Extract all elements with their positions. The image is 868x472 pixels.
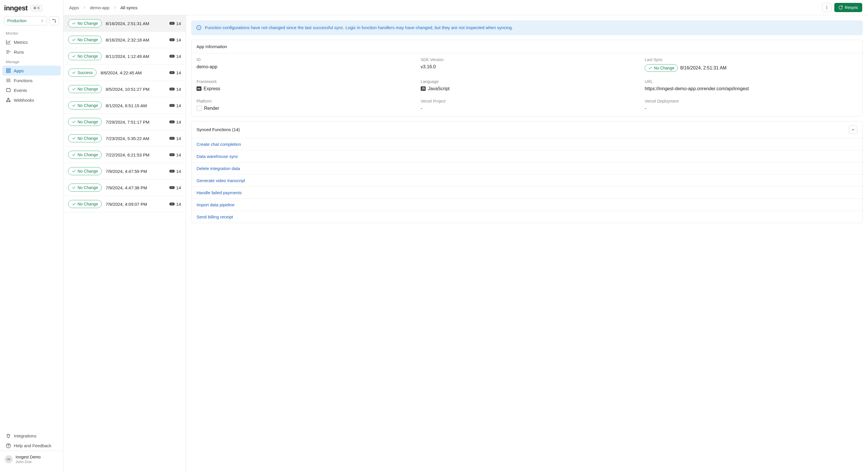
check-icon [72, 169, 76, 173]
express-icon: ex [196, 87, 202, 91]
function-link[interactable]: Handle failed payments [191, 187, 863, 199]
sync-item[interactable]: No Change 7/9/2024, 4:09:07 PM 14 [63, 196, 186, 212]
dots-vertical-icon [825, 5, 829, 10]
sync-date: 7/9/2024, 4:47:38 PM [106, 185, 165, 190]
sync-status-text: No Change [78, 87, 98, 91]
resync-button[interactable]: Resync [834, 3, 862, 12]
sync-status-pill: No Change [68, 36, 102, 44]
svg-point-13 [827, 9, 827, 9]
sync-status-text: No Change [78, 37, 98, 42]
sync-date: 7/9/2024, 4:09:07 PM [106, 202, 165, 207]
sync-item[interactable]: No Change 8/16/2024, 2:32:18 AM 14 [63, 32, 186, 48]
sync-status-pill: No Change [68, 167, 102, 175]
sync-item[interactable]: No Change 7/9/2024, 4:47:38 PM 14 [63, 180, 186, 196]
sync-count-value: 14 [176, 54, 181, 59]
runs-icon [6, 49, 11, 55]
function-link[interactable]: Data warehouse sync [191, 150, 863, 162]
function-link[interactable]: Send billing receipt [191, 211, 863, 223]
sync-item[interactable]: No Change 8/11/2024, 1:12:49 AM 14 [63, 48, 186, 65]
collapse-functions-button[interactable] [849, 125, 857, 134]
nav-label: Functions [14, 78, 33, 83]
sync-count: 14 [169, 185, 181, 190]
vercel-project-label: Vercel Project [421, 99, 633, 103]
function-count-icon [169, 202, 175, 206]
check-icon [72, 120, 76, 124]
nav-events[interactable]: Events [0, 85, 63, 95]
sync-item[interactable]: No Change 7/29/2024, 7:51:17 PM 14 [63, 114, 186, 130]
function-count-icon [169, 186, 175, 189]
sync-status-text: No Change [78, 202, 98, 206]
integrations-icon [6, 433, 11, 439]
breadcrumb-current: All syncs [120, 5, 137, 10]
function-link[interactable]: Import data pipeline [191, 199, 863, 211]
environment-settings-button[interactable] [49, 16, 59, 25]
lastsync-date: 8/16/2024, 2:51:31 AM [680, 65, 726, 71]
sync-date: 7/23/2024, 5:35:22 AM [106, 136, 165, 141]
lastsync-status: No Change [654, 66, 674, 70]
user-menu[interactable]: IN Inngest Demo John Doe [0, 451, 63, 468]
nav-metrics[interactable]: Metrics [0, 37, 63, 47]
user-org: Inngest Demo [16, 454, 41, 460]
function-link[interactable]: Create chat completion [191, 138, 863, 150]
nav-apps[interactable]: Apps [2, 66, 61, 75]
vercel-project-value: - [421, 106, 633, 111]
sync-count: 14 [169, 21, 181, 26]
framework-label: Framework [196, 79, 409, 84]
nav-integrations[interactable]: Integrations [0, 431, 63, 441]
sync-status-text: No Change [78, 185, 98, 190]
functions-icon [6, 78, 11, 83]
chevron-up-icon [851, 128, 855, 132]
sdk-label: SDK Version [421, 57, 633, 62]
sync-item[interactable]: No Change 8/5/2024, 10:51:27 PM 14 [63, 81, 186, 97]
sync-date: 8/6/2024, 4:22:45 AM [100, 70, 165, 75]
sync-item[interactable]: Success 8/6/2024, 4:22:45 AM 14 [63, 65, 186, 81]
sync-item[interactable]: No Change 7/9/2024, 4:47:59 PM 14 [63, 163, 186, 180]
sync-count: 14 [169, 54, 181, 59]
sync-status-text: No Change [78, 21, 98, 26]
breadcrumb-app[interactable]: demo-app [90, 5, 110, 10]
function-link[interactable]: Generate video transcript [191, 175, 863, 187]
info-icon [196, 25, 202, 30]
info-notice: Function configurations have not changed… [191, 21, 863, 35]
sync-item[interactable]: No Change 8/1/2024, 6:51:15 AM 14 [63, 97, 186, 114]
sync-count-value: 14 [176, 21, 181, 26]
sync-item[interactable]: No Change 8/16/2024, 2:51:31 AM 14 [63, 15, 186, 32]
sync-count: 14 [169, 120, 181, 124]
command-k-shortcut[interactable]: ⌘ K [31, 5, 42, 11]
nav-help[interactable]: Help and Feedback [0, 441, 63, 451]
sync-count-value: 14 [176, 202, 181, 207]
nav-webhooks[interactable]: Webhooks [0, 95, 63, 105]
sync-item[interactable]: No Change 7/23/2024, 5:35:22 AM 14 [63, 130, 186, 147]
function-count-icon [169, 137, 175, 140]
nav-functions[interactable]: Functions [0, 75, 63, 85]
sync-status-text: No Change [78, 103, 98, 108]
breadcrumb-apps[interactable]: Apps [69, 5, 79, 10]
sync-status-pill: No Change [68, 151, 102, 159]
nav-label: Integrations [14, 433, 36, 438]
section-manage: Manage [0, 57, 63, 66]
sdk-value: v3.16.0 [421, 64, 633, 69]
svg-rect-4 [6, 71, 8, 73]
sync-status-pill: Success [68, 69, 97, 77]
check-icon [72, 54, 76, 58]
resync-label: Resync [845, 5, 858, 10]
nav-label: Webhooks [14, 98, 34, 102]
nav-runs[interactable]: Runs [0, 47, 63, 57]
check-icon [72, 136, 76, 140]
vercel-deployment-value: - [645, 106, 857, 111]
nav-label: Runs [14, 50, 24, 55]
more-actions-button[interactable] [822, 3, 831, 12]
sync-count: 14 [169, 152, 181, 157]
sync-status-text: No Change [78, 169, 98, 174]
events-icon [6, 88, 11, 93]
language-value: JavaScript [428, 86, 450, 91]
sync-count-value: 14 [176, 152, 181, 157]
function-count-icon [169, 104, 175, 107]
function-link[interactable]: Delete integration data [191, 162, 863, 175]
function-count-icon [169, 153, 175, 156]
sync-status-pill: No Change [68, 184, 102, 192]
sync-item[interactable]: No Change 7/22/2024, 6:21:53 PM 14 [63, 147, 186, 163]
sync-count: 14 [169, 37, 181, 42]
svg-point-12 [827, 7, 827, 7]
environment-selector[interactable]: Production [4, 16, 47, 25]
